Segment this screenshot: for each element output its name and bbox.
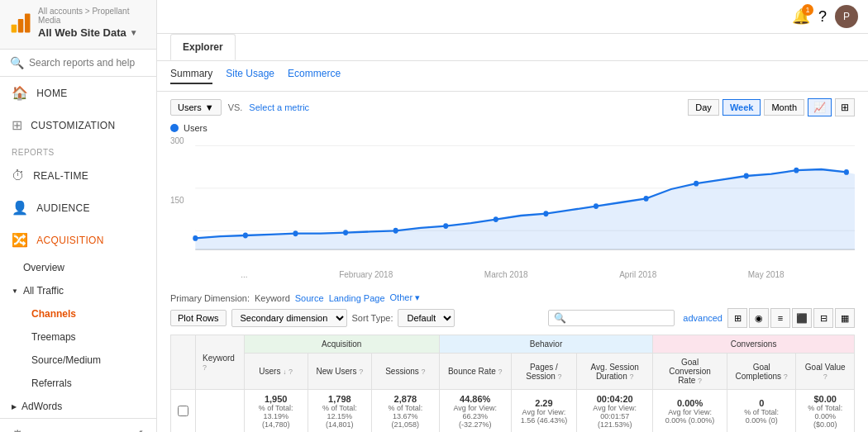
audience-icon: 👤: [12, 200, 28, 216]
help-button[interactable]: ?: [818, 8, 827, 26]
pie-view-button[interactable]: ◉: [749, 308, 769, 328]
pages-help-icon[interactable]: ?: [558, 373, 562, 381]
sidebar-item-realtime[interactable]: ⏱ REAL-TIME: [0, 160, 156, 192]
period-day-button[interactable]: Day: [688, 99, 719, 116]
search-bar[interactable]: 🔍: [0, 50, 156, 77]
toolbar-icon-group: ⊞ ◉ ≡ ⬛ ⊟ ▦: [727, 308, 855, 328]
sidebar-item-channels[interactable]: Channels: [0, 302, 156, 325]
goal-comp-help-icon[interactable]: ?: [784, 373, 788, 381]
table-view-button[interactable]: ⊞: [727, 308, 747, 328]
sidebar-item-overview[interactable]: Overview: [0, 256, 156, 279]
select-metric-link[interactable]: Select a metric: [249, 102, 309, 112]
svg-rect-2: [25, 13, 31, 32]
sidebar-item-audience[interactable]: 👤 AUDIENCE: [0, 192, 156, 224]
data-point: [594, 203, 599, 209]
user-avatar[interactable]: P: [835, 5, 858, 28]
advanced-link[interactable]: advanced: [683, 313, 723, 323]
sidebar-item-source-medium[interactable]: Source/Medium: [0, 349, 156, 372]
th-goal-completions[interactable]: Goal Completions ?: [727, 354, 796, 390]
line-chart-button[interactable]: 📈: [808, 98, 832, 116]
td-pages-sub: Avg for View: 1.56 (46.43%): [518, 408, 570, 425]
customization-icon: ⊞: [12, 117, 22, 133]
sidebar-item-treemaps[interactable]: Treemaps: [0, 325, 156, 349]
th-keyword[interactable]: Keyword ?: [196, 335, 245, 390]
lifetime-view-button[interactable]: ▦: [835, 308, 855, 328]
tab-explorer[interactable]: Explorer: [170, 34, 236, 60]
goal-conv-help-icon[interactable]: ?: [698, 377, 702, 385]
th-bounce-rate[interactable]: Bounce Rate ?: [439, 354, 511, 390]
metric-button[interactable]: Users ▼: [170, 99, 222, 116]
search-input[interactable]: [29, 57, 146, 69]
period-month-button[interactable]: Month: [764, 99, 804, 116]
x-label-3: April 2018: [619, 270, 656, 279]
sessions-help-icon[interactable]: ?: [422, 368, 426, 376]
th-checkbox: [171, 335, 196, 390]
table-search-input[interactable]: [570, 313, 669, 323]
main-content: 🔔 1 ? P Explorer Summary Site Usage Ecom…: [157, 0, 868, 432]
row-checkbox[interactable]: [178, 406, 188, 416]
th-users[interactable]: Users ↓ ?: [244, 354, 308, 390]
sidebar-item-adwords[interactable]: ▶ AdWords: [0, 395, 156, 418]
tab-ecommerce[interactable]: Ecommerce: [288, 68, 341, 84]
bar-chart-button[interactable]: ⊞: [835, 98, 855, 116]
th-goal-value[interactable]: Goal Value ?: [796, 354, 855, 390]
users-help-icon[interactable]: ?: [289, 368, 293, 376]
table-search-bar[interactable]: 🔍: [548, 310, 675, 326]
keyword-help-icon[interactable]: ?: [203, 363, 207, 372]
sidebar-item-customization[interactable]: ⊞ CUSTOMIZATION: [0, 109, 156, 141]
data-point: [644, 196, 649, 202]
plot-rows-button[interactable]: Plot Rows: [170, 310, 227, 326]
td-keyword-total: [196, 390, 245, 433]
td-pages-total: 2.29 Avg for View: 1.56 (46.43%): [511, 390, 576, 433]
sidebar-item-all-traffic[interactable]: ▼ All Traffic: [0, 279, 156, 302]
svg-rect-0: [12, 24, 17, 32]
td-checkbox[interactable]: [171, 390, 196, 433]
dim-keyword[interactable]: Keyword: [255, 293, 290, 303]
th-avg-session[interactable]: Avg. Session Duration ?: [577, 354, 653, 390]
bounce-help-icon[interactable]: ?: [498, 368, 503, 376]
data-point: [494, 216, 498, 222]
avg-session-help-icon[interactable]: ?: [629, 373, 633, 381]
sort-type-select[interactable]: Default: [398, 309, 455, 327]
th-group-behavior: Behavior: [439, 335, 652, 354]
chart-controls: Users ▼ VS. Select a metric Day Week Mon…: [157, 92, 868, 123]
legend-dot-users: [170, 124, 179, 132]
tab-summary[interactable]: Summary: [170, 68, 212, 84]
pivot-view-button[interactable]: ⊟: [813, 308, 833, 328]
comparison-view-button[interactable]: ⬛: [792, 308, 812, 328]
dim-source-link[interactable]: Source: [295, 293, 324, 303]
goal-val-help-icon[interactable]: ?: [823, 373, 827, 381]
notifications-button[interactable]: 🔔 1: [792, 7, 810, 26]
x-label-1: February 2018: [339, 270, 393, 279]
td-goal-val-total: $0.00 % of Total: 0.00% ($0.00): [796, 390, 855, 433]
settings-icon[interactable]: ⚙: [12, 427, 23, 432]
x-axis-labels: ... February 2018 March 2018 April 2018 …: [170, 268, 855, 279]
source-medium-label: Source/Medium: [31, 354, 101, 366]
account-info: All accounts > Propellant Media All Web …: [38, 7, 146, 39]
td-goal-conv-total: 0.00% Avg for View: 0.00% (0.00%): [653, 390, 727, 433]
property-selector[interactable]: All Web Site Data ▼: [38, 26, 146, 39]
dim-other-link[interactable]: Other ▾: [390, 292, 421, 303]
performance-view-button[interactable]: ≡: [770, 308, 790, 328]
sidebar-item-acquisition[interactable]: 🔀 ACQUISITION: [0, 224, 156, 256]
td-goal-val-sub: % of Total: 0.00% ($0.00): [803, 404, 847, 429]
secondary-dimension-select[interactable]: Secondary dimension: [231, 309, 347, 327]
x-label-2: March 2018: [484, 270, 528, 279]
th-sessions[interactable]: Sessions ?: [371, 354, 439, 390]
tab-site-usage[interactable]: Site Usage: [226, 68, 274, 84]
acquisition-label: ACQUISITION: [36, 235, 103, 246]
dim-landing-page-link[interactable]: Landing Page: [329, 293, 385, 303]
sidebar-item-referrals[interactable]: Referrals: [0, 372, 156, 395]
metric-label: Users: [178, 102, 202, 112]
all-traffic-label: All Traffic: [23, 285, 64, 297]
collapse-sidebar-button[interactable]: ❮: [135, 429, 145, 433]
sidebar-item-home[interactable]: 🏠 HOME: [0, 77, 156, 109]
th-goal-conversion[interactable]: Goal Conversion Rate ?: [653, 354, 727, 390]
new-users-help-icon[interactable]: ?: [359, 368, 363, 376]
th-pages-session[interactable]: Pages / Session ?: [511, 354, 576, 390]
td-goal-conv-sub: Avg for View: 0.00% (0.00%): [660, 408, 720, 425]
sub-tabs: Summary Site Usage Ecommerce: [157, 61, 868, 92]
th-new-users[interactable]: New Users ?: [308, 354, 371, 390]
data-point: [243, 233, 248, 239]
period-week-button[interactable]: Week: [723, 99, 761, 116]
